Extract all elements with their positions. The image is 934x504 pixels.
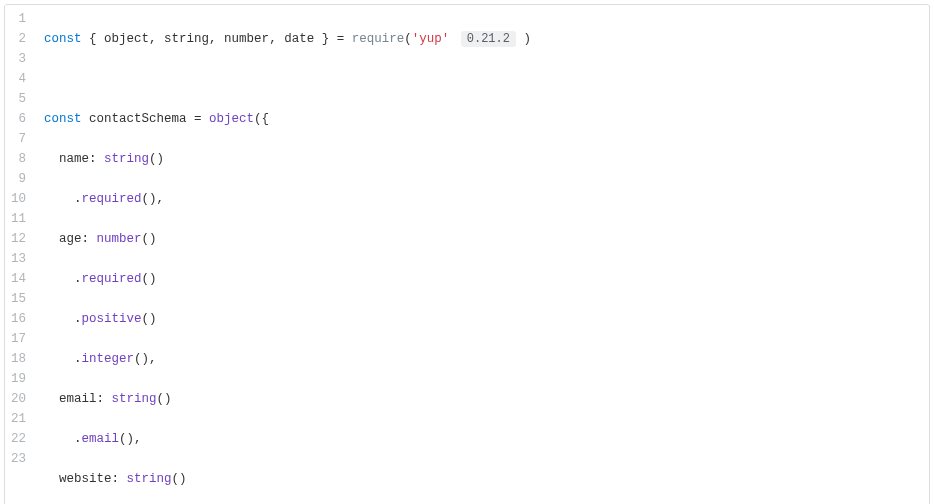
line-number: 2 (7, 29, 30, 49)
prop-key: name (59, 152, 89, 166)
line-number: 20 (7, 389, 30, 409)
ident: number (224, 32, 269, 46)
line-number: 17 (7, 329, 30, 349)
code-line: .integer(), (44, 349, 921, 369)
line-number: 7 (7, 129, 30, 149)
line-number: 13 (7, 249, 30, 269)
fn-call: required (82, 272, 142, 286)
line-number: 6 (7, 109, 30, 129)
fn-call: required (82, 192, 142, 206)
code-line: .required(), (44, 189, 921, 209)
line-number: 18 (7, 349, 30, 369)
fn-call: string (112, 392, 157, 406)
code-line (44, 69, 921, 89)
line-number: 8 (7, 149, 30, 169)
string-literal: 'yup' (412, 32, 450, 46)
line-number: 3 (7, 49, 30, 69)
prop-key: website (59, 472, 112, 486)
line-number: 21 (7, 409, 30, 429)
fn-call: number (97, 232, 142, 246)
prop-key: email (59, 392, 97, 406)
ident: date (284, 32, 314, 46)
code-line: .email(), (44, 429, 921, 449)
require-call: require (352, 32, 405, 46)
line-number: 12 (7, 229, 30, 249)
line-number: 10 (7, 189, 30, 209)
code-line: name: string() (44, 149, 921, 169)
line-number: 5 (7, 89, 30, 109)
line-number-gutter: 1 2 3 4 5 6 7 8 9 10 11 12 13 14 15 16 1… (5, 5, 36, 504)
code-content[interactable]: const { object, string, number, date } =… (36, 5, 929, 504)
version-badge[interactable]: 0.21.2 (461, 31, 516, 47)
code-line: email: string() (44, 389, 921, 409)
line-number: 9 (7, 169, 30, 189)
code-block: 1 2 3 4 5 6 7 8 9 10 11 12 13 14 15 16 1… (4, 4, 930, 504)
fn-call: string (104, 152, 149, 166)
line-number: 22 (7, 429, 30, 449)
fn-call: string (127, 472, 172, 486)
code-line: const { object, string, number, date } =… (44, 29, 921, 49)
line-number: 19 (7, 369, 30, 389)
line-number: 23 (7, 449, 30, 469)
keyword-const: const (44, 32, 82, 46)
code-line: .positive() (44, 309, 921, 329)
fn-call: integer (82, 352, 135, 366)
keyword-const: const (44, 112, 82, 126)
fn-call: object (209, 112, 254, 126)
fn-call: email (82, 432, 120, 446)
code-line: age: number() (44, 229, 921, 249)
line-number: 11 (7, 209, 30, 229)
line-number: 16 (7, 309, 30, 329)
prop-key: age (59, 232, 82, 246)
ident: string (164, 32, 209, 46)
code-line: .required() (44, 269, 921, 289)
fn-call: positive (82, 312, 142, 326)
line-number: 1 (7, 9, 30, 29)
ident: object (104, 32, 149, 46)
line-number: 15 (7, 289, 30, 309)
code-line: const contactSchema = object({ (44, 109, 921, 129)
code-line: website: string() (44, 469, 921, 489)
line-number: 4 (7, 69, 30, 89)
line-number: 14 (7, 269, 30, 289)
